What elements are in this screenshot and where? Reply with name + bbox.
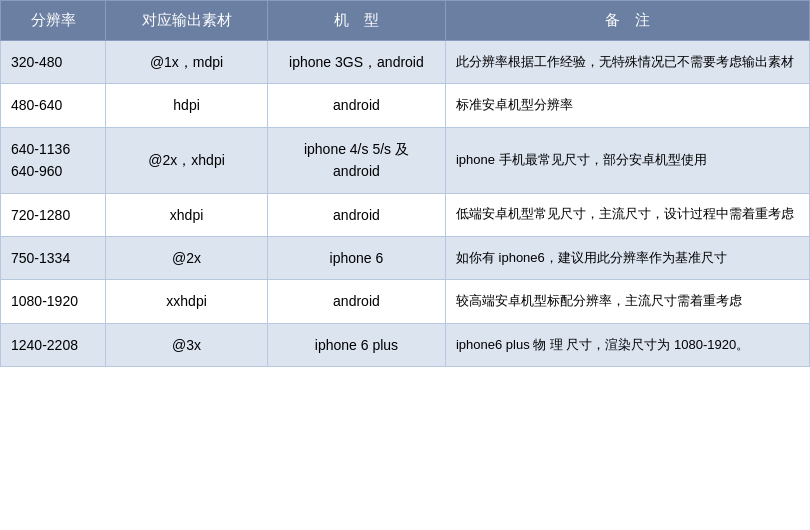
cell-output: @3x [106,323,268,366]
cell-resolution: 720-1280 [1,193,106,236]
cell-note: 标准安卓机型分辨率 [445,84,809,127]
cell-output: @2x [106,236,268,279]
table-row: 720-1280xhdpiandroid低端安卓机型常见尺寸，主流尺寸，设计过程… [1,193,810,236]
cell-note: 较高端安卓机型标配分辨率，主流尺寸需着重考虑 [445,280,809,323]
cell-note: iphone6 plus 物 理 尺寸，渲染尺寸为 1080-1920。 [445,323,809,366]
table-row: 1080-1920xxhdpiandroid较高端安卓机型标配分辨率，主流尺寸需… [1,280,810,323]
cell-device: android [267,84,445,127]
table-row: 320-480@1x，mdpiiphone 3GS，android此分辨率根据工… [1,41,810,84]
cell-note: 如你有 iphone6，建议用此分辨率作为基准尺寸 [445,236,809,279]
cell-device: iphone 4/s 5/s 及android [267,127,445,193]
cell-resolution: 1240-2208 [1,323,106,366]
cell-output: hdpi [106,84,268,127]
table-row: 480-640hdpiandroid标准安卓机型分辨率 [1,84,810,127]
table-row: 640-1136640-960@2x，xhdpiiphone 4/s 5/s 及… [1,127,810,193]
header-note: 备 注 [445,1,809,41]
table-header-row: 分辨率 对应输出素材 机 型 备 注 [1,1,810,41]
header-device: 机 型 [267,1,445,41]
cell-output: xhdpi [106,193,268,236]
cell-resolution: 320-480 [1,41,106,84]
cell-resolution: 750-1334 [1,236,106,279]
cell-note: 此分辨率根据工作经验，无特殊情况已不需要考虑输出素材 [445,41,809,84]
cell-resolution: 640-1136640-960 [1,127,106,193]
cell-device: iphone 6 [267,236,445,279]
cell-device: iphone 3GS，android [267,41,445,84]
cell-output: @1x，mdpi [106,41,268,84]
cell-resolution: 480-640 [1,84,106,127]
cell-device: iphone 6 plus [267,323,445,366]
table-row: 750-1334@2xiphone 6如你有 iphone6，建议用此分辨率作为… [1,236,810,279]
header-output: 对应输出素材 [106,1,268,41]
cell-device: android [267,193,445,236]
cell-device: android [267,280,445,323]
cell-note: iphone 手机最常见尺寸，部分安卓机型使用 [445,127,809,193]
cell-output: @2x，xhdpi [106,127,268,193]
cell-note: 低端安卓机型常见尺寸，主流尺寸，设计过程中需着重考虑 [445,193,809,236]
table-row: 1240-2208@3xiphone 6 plusiphone6 plus 物 … [1,323,810,366]
cell-resolution: 1080-1920 [1,280,106,323]
header-resolution: 分辨率 [1,1,106,41]
cell-output: xxhdpi [106,280,268,323]
